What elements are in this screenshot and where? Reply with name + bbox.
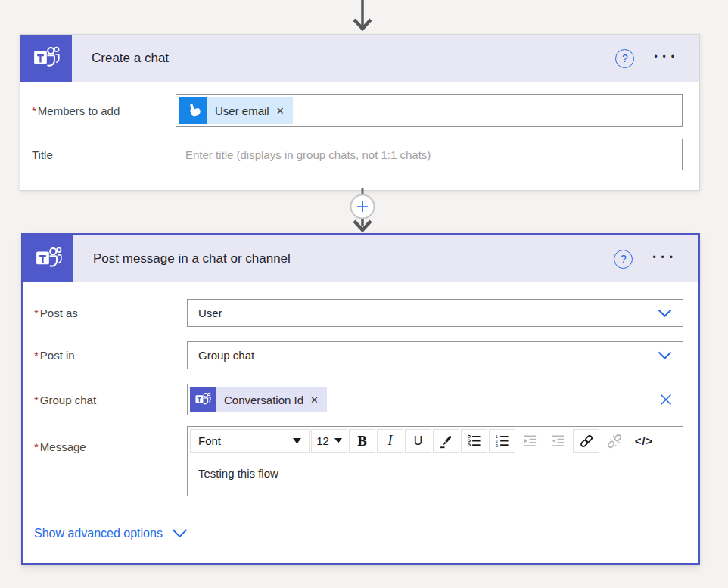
- increase-indent-button[interactable]: [517, 429, 543, 453]
- title-label: Title: [20, 148, 176, 161]
- remove-token-icon[interactable]: ✕: [276, 105, 285, 117]
- required-marker: *: [34, 349, 39, 362]
- post-as-dropdown[interactable]: User: [187, 299, 683, 327]
- indent-icon: [523, 434, 537, 448]
- outdent-icon: [551, 434, 565, 448]
- unlink-icon: [606, 433, 623, 450]
- token-label: Conversation Id: [224, 394, 303, 406]
- dropdown-arrow-icon: [334, 438, 342, 443]
- required-marker: *: [32, 104, 36, 117]
- insert-step-button[interactable]: [351, 195, 375, 219]
- action-card-post-message[interactable]: Post message in a chat or channel ? ••• …: [21, 233, 700, 565]
- editor-toolbar: Font 12 B I U: [188, 427, 683, 455]
- insert-link-button[interactable]: [573, 429, 599, 453]
- bullet-list-icon: [467, 434, 481, 448]
- user-email-token[interactable]: User email ✕: [179, 97, 293, 124]
- title-row: Title: [20, 139, 699, 170]
- more-options-icon[interactable]: •••: [654, 52, 680, 64]
- post-in-label: *Post in: [23, 349, 187, 362]
- message-label: *Message: [23, 426, 187, 453]
- font-size-dropdown[interactable]: 12: [311, 429, 347, 453]
- post-as-label: *Post as: [23, 306, 187, 319]
- chevron-down-icon: [658, 309, 672, 318]
- remove-link-button[interactable]: [601, 429, 627, 453]
- chevron-down-icon: [172, 529, 188, 538]
- group-chat-row: *Group chat Conv: [23, 384, 698, 415]
- rich-text-editor[interactable]: Font 12 B I U: [187, 426, 683, 496]
- numbered-list-button[interactable]: 123: [489, 429, 515, 453]
- teams-connector-icon: [20, 35, 72, 82]
- conversation-id-token[interactable]: Conversation Id ✕: [190, 387, 327, 412]
- post-as-row: *Post as User: [23, 299, 698, 327]
- members-to-add-row: *Members to add User email ✕: [20, 94, 699, 127]
- italic-button[interactable]: I: [377, 429, 403, 453]
- svg-text:2: 2: [496, 439, 498, 443]
- action-card-create-a-chat[interactable]: Create a chat ? ••• *Members to add: [20, 34, 700, 191]
- code-view-button[interactable]: </>: [629, 429, 659, 453]
- teams-icon: [31, 43, 61, 73]
- token-label: User email: [215, 104, 269, 117]
- title-input[interactable]: [176, 139, 682, 170]
- message-text-area[interactable]: Testing this flow: [188, 455, 683, 496]
- link-icon: [578, 433, 595, 450]
- underline-button[interactable]: U: [405, 429, 431, 453]
- remove-token-icon[interactable]: ✕: [310, 394, 319, 406]
- card-header[interactable]: Post message in a chat or channel ? •••: [23, 235, 698, 282]
- group-chat-label: *Group chat: [23, 394, 187, 406]
- font-family-dropdown[interactable]: Font: [190, 429, 310, 453]
- help-icon[interactable]: ?: [615, 49, 634, 68]
- post-as-value: User: [198, 306, 222, 319]
- card-header[interactable]: Create a chat ? •••: [20, 35, 699, 82]
- bold-button[interactable]: B: [349, 429, 375, 453]
- show-advanced-options-link[interactable]: Show advanced options: [34, 527, 188, 540]
- required-marker: *: [34, 394, 39, 406]
- clear-field-icon[interactable]: [658, 392, 674, 407]
- members-to-add-label: *Members to add: [20, 104, 176, 117]
- pen-icon: [439, 434, 454, 449]
- decrease-indent-button[interactable]: [545, 429, 571, 453]
- teams-icon: [190, 387, 216, 412]
- numbered-list-icon: 123: [495, 434, 509, 448]
- svg-text:3: 3: [496, 443, 498, 448]
- highlight-pen-button[interactable]: [433, 429, 459, 453]
- flow-arrow-down: [344, 0, 381, 33]
- teams-connector-icon: [23, 235, 73, 282]
- bullet-list-button[interactable]: [461, 429, 487, 453]
- post-in-dropdown[interactable]: Group chat: [187, 341, 683, 369]
- svg-text:1: 1: [496, 434, 498, 439]
- more-options-icon[interactable]: •••: [652, 253, 678, 265]
- group-chat-input[interactable]: Conversation Id ✕: [187, 384, 683, 415]
- help-icon[interactable]: ?: [614, 250, 633, 269]
- post-in-row: *Post in Group chat: [23, 341, 698, 369]
- teams-icon: [33, 244, 64, 274]
- dropdown-arrow-icon: [293, 438, 301, 444]
- manual-trigger-icon: [179, 97, 207, 124]
- required-marker: *: [34, 440, 39, 453]
- card-title: Post message in a chat or channel: [93, 251, 291, 266]
- post-in-value: Group chat: [198, 349, 254, 362]
- members-to-add-input[interactable]: User email ✕: [176, 94, 683, 127]
- message-row: *Message Font 12 B I U: [23, 426, 698, 496]
- required-marker: *: [34, 306, 39, 319]
- card-title: Create a chat: [92, 51, 169, 66]
- chevron-down-icon: [658, 351, 672, 360]
